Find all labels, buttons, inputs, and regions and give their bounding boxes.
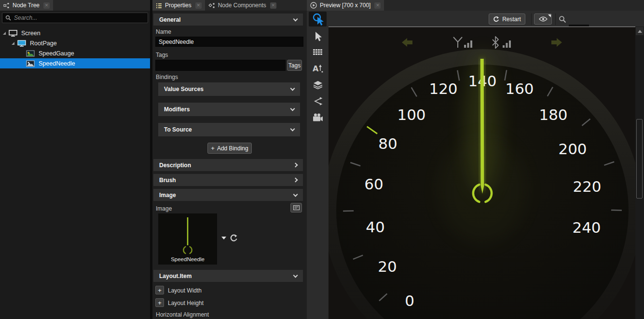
chevron-right-icon [293,178,298,183]
tree-item-label: SpeedGauge [39,50,74,57]
restart-label: Restart [502,16,521,23]
restart-button[interactable]: Restart [489,13,525,25]
eye-icon [539,16,548,22]
tab-node-components[interactable]: Node Components ✕ [205,0,280,11]
section-header-brush[interactable]: Brush [153,174,303,186]
preview-content-top-edge [329,27,635,27]
section-label: General [159,16,181,23]
cursor-icon [314,31,322,42]
tree-item-label: RootPage [30,40,57,47]
gauge-label-80: 80 [378,135,397,152]
name-label: Name [156,28,171,35]
gauge-needle [480,59,484,194]
reset-icon[interactable] [230,234,238,242]
tool-text[interactable]: A [309,62,327,75]
tool-camera[interactable] [309,111,327,124]
add-layout-width-button[interactable]: + [155,286,164,294]
tab-node-tree[interactable]: Node Tree ✕ [0,0,53,11]
section-label: Layout.Item [159,273,192,279]
section-header-layout-item[interactable]: Layout.Item [153,270,303,282]
node-tree-list: ScreenRootPageSpeedGaugeSpeedNeedle [0,28,150,68]
close-icon[interactable]: ✕ [270,2,276,9]
image-field-label: Image [156,205,172,212]
search-input[interactable] [14,14,145,21]
tab-label: Node Components [218,2,266,9]
horizontal-alignment-label: Horizontal Alignment [156,311,209,318]
close-icon[interactable]: ✕ [195,2,202,9]
preview-canvas[interactable]: 020406080100120140160180200220240 [329,27,635,319]
visibility-button[interactable] [534,13,552,25]
properties-tabbar: Properties ✕ Node Components ✕ [152,0,307,11]
properties-list-icon [156,2,162,9]
tool-layers[interactable] [309,78,327,92]
tab-label: Properties [165,2,192,9]
scroll-up-arrow-icon [638,30,642,33]
search-box[interactable] [2,13,148,23]
search-icon [5,15,11,21]
layout-height-label: Layout Height [168,300,204,306]
expander-icon[interactable] [12,42,14,45]
image-green-icon [26,50,35,57]
preview-scrollbar[interactable] [635,27,644,319]
tags-field[interactable] [155,60,286,71]
group-label: Value Sources [164,86,204,93]
add-binding-label: Add Binding [217,145,248,152]
group-label: To Source [164,126,192,133]
play-circle-icon [310,2,317,9]
binding-group-value-sources[interactable]: Value Sources [158,82,300,96]
binding-group-modifiers[interactable]: Modifiers [158,103,300,116]
node-tree-tabbar: Node Tree ✕ [0,0,150,11]
tree-item-speedgauge[interactable]: SpeedGauge [0,48,150,58]
name-field[interactable] [155,37,303,47]
plus-icon: + [211,145,215,152]
binding-group-to-source[interactable]: To Source [158,123,300,136]
tree-item-rootpage[interactable]: RootPage [0,38,150,48]
section-header-description[interactable]: Description [153,159,303,171]
section-header-image[interactable]: Image [153,189,303,201]
gauge-label-180: 180 [539,106,567,123]
toolbar-separator [531,13,532,25]
close-icon[interactable]: ✕ [374,2,381,9]
preview-tool-column: A [307,11,329,319]
tags-button[interactable]: Tags [287,60,302,71]
zoom-magnifier-icon [559,15,566,23]
gauge-label-40: 40 [366,218,384,236]
gauge-minor-tick [343,211,354,211]
add-layout-height-button[interactable]: + [155,298,164,307]
tree-item-speedneedle[interactable]: SpeedNeedle [0,58,150,68]
tool-branch[interactable] [309,94,327,108]
tool-pointer-click[interactable] [309,12,327,27]
section-label: Image [159,192,176,199]
add-binding-button[interactable]: + Add Binding [207,143,252,154]
page-icon [17,40,26,47]
close-icon[interactable]: ✕ [43,2,50,9]
toolbar-separator [555,13,556,25]
scrollbar-thumb[interactable] [636,119,643,199]
gauge-label-60: 60 [364,175,383,193]
section-header-general[interactable]: General [153,13,303,26]
scroll-up-button[interactable] [636,27,644,35]
tags-label: Tags [156,52,168,58]
preview-panel: Preview [700 x 700] ✕ Restart 100% [307,0,644,319]
pointer-click-icon [312,13,324,26]
image-thumbnail[interactable]: SpeedNeedle [158,213,217,265]
chevron-down-icon [290,86,295,91]
chevron-down-icon [293,273,298,278]
tab-label: Node Tree [13,2,40,9]
tab-preview[interactable]: Preview [700 x 700] ✕ [307,0,384,11]
image-panel-button[interactable] [290,203,302,213]
tree-item-screen[interactable]: Screen [0,28,150,38]
tab-properties[interactable]: Properties ✕ [152,0,205,11]
gauge-label-240: 240 [572,219,601,236]
tool-grid[interactable] [309,46,327,59]
section-label: Brush [159,177,176,184]
bindings-label: Bindings [156,74,178,80]
expander-icon[interactable] [3,32,6,35]
section-label: Description [159,162,191,169]
tool-select[interactable] [309,30,327,43]
tree-item-label: Screen [21,30,41,37]
gauge-label-100: 100 [397,106,425,123]
layout-width-label: Layout Width [168,287,202,294]
image-dropdown-caret[interactable] [221,237,226,239]
preview-toolbar: Restart 100% [329,11,644,27]
